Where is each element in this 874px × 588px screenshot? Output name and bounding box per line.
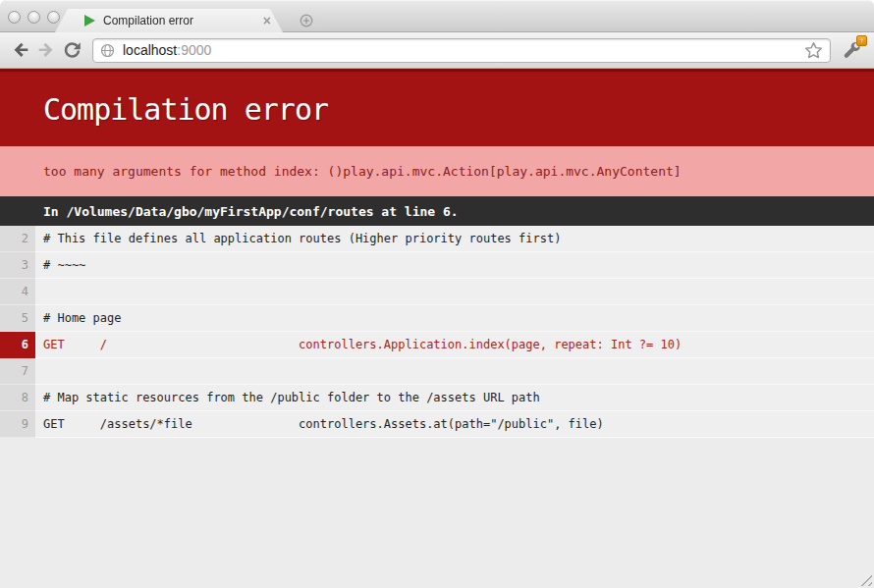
- line-code: [35, 279, 874, 305]
- omnibox[interactable]: localhost:9000: [92, 38, 831, 63]
- forward-arrow-icon: [35, 39, 57, 61]
- error-location-text: In /Volumes/Data/gbo/myFirstApp/conf/rou…: [43, 204, 459, 219]
- line-number: 5: [0, 305, 35, 332]
- line-number: 6: [0, 332, 35, 358]
- page-content: Compilation error too many arguments for…: [0, 69, 874, 588]
- globe-icon: [100, 43, 115, 58]
- page-title: Compilation error: [43, 92, 328, 127]
- line-code: # This file defines all application rout…: [35, 226, 874, 252]
- code-line-row: 9 GET /assets/*file controllers.Assets.a…: [0, 411, 874, 438]
- error-message-text: too many arguments for method index: ()p…: [43, 164, 682, 179]
- browser-tab[interactable]: Compilation error ×: [55, 9, 283, 32]
- zoom-window-button[interactable]: [47, 11, 60, 24]
- line-code: GET /assets/*file controllers.Assets.at(…: [35, 411, 874, 438]
- navigation-toolbar: localhost:9000 ↑: [0, 32, 874, 69]
- line-number: 8: [0, 385, 35, 411]
- minimize-window-button[interactable]: [27, 11, 40, 24]
- line-number: 4: [0, 279, 35, 305]
- line-number: 7: [0, 358, 35, 385]
- browser-window: Compilation error ×: [0, 0, 874, 588]
- code-line-row: 5 # Home page: [0, 305, 874, 332]
- code-line-row: 6 GET / controllers.Application.index(pa…: [0, 332, 874, 358]
- code-line-row: 7: [0, 358, 874, 385]
- code-line-row: 8 # Map static resources from the /publi…: [0, 385, 874, 411]
- star-icon[interactable]: [804, 41, 823, 60]
- error-location-bar: In /Volumes/Data/gbo/myFirstApp/conf/rou…: [0, 196, 874, 226]
- back-arrow-icon: [10, 39, 31, 61]
- resize-grip[interactable]: [857, 571, 872, 586]
- tab-title: Compilation error: [103, 14, 255, 27]
- titlebar[interactable]: Compilation error ×: [0, 0, 874, 32]
- reload-button[interactable]: [59, 37, 84, 63]
- url-port: :9000: [177, 42, 211, 58]
- forward-button[interactable]: [33, 37, 59, 63]
- line-number: 9: [0, 411, 35, 438]
- tab-close-icon[interactable]: ×: [263, 14, 271, 27]
- line-code: # Map static resources from the /public …: [35, 385, 874, 411]
- url-host: localhost: [123, 42, 177, 58]
- line-code: # ~~~~: [35, 252, 874, 279]
- play-triangle-icon: [84, 15, 95, 27]
- line-code: GET / controllers.Application.index(page…: [35, 332, 874, 358]
- line-number: 2: [0, 226, 35, 252]
- new-tab-button[interactable]: [289, 12, 324, 29]
- code-line-row: 3 # ~~~~: [0, 252, 874, 279]
- code-listing: 2 # This file defines all application ro…: [0, 226, 874, 438]
- error-header: Compilation error: [0, 69, 874, 146]
- code-line-row: 2 # This file defines all application ro…: [0, 226, 874, 252]
- window-controls: [8, 11, 60, 24]
- circled-plus-icon: [300, 14, 313, 27]
- line-code: [35, 358, 874, 385]
- url-text[interactable]: localhost:9000: [123, 42, 211, 58]
- line-code: # Home page: [35, 305, 874, 332]
- back-button[interactable]: [8, 37, 33, 63]
- close-window-button[interactable]: [8, 11, 21, 24]
- update-badge-icon: ↑: [856, 35, 867, 46]
- error-message-banner: too many arguments for method index: ()p…: [0, 146, 874, 196]
- reload-icon: [62, 40, 82, 61]
- menu-button[interactable]: ↑: [839, 37, 866, 63]
- code-line-row: 4: [0, 279, 874, 305]
- line-number: 3: [0, 252, 35, 279]
